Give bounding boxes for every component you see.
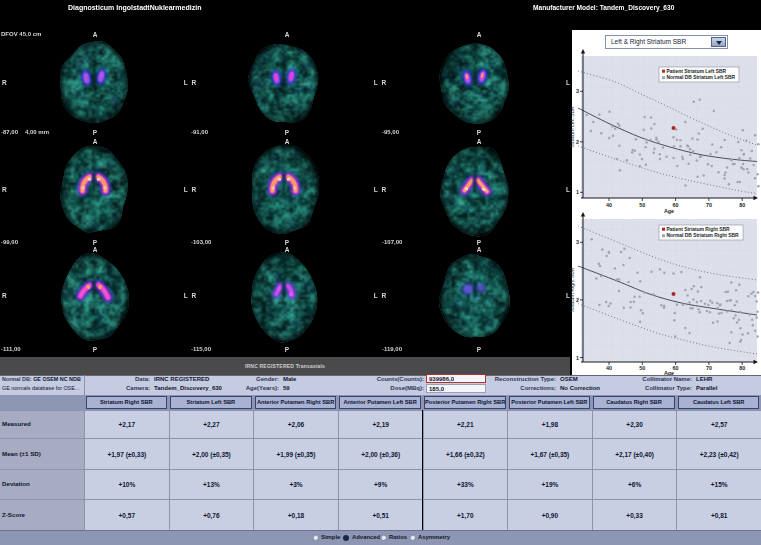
- svg-text:Normal DB Striatum Right SBR: Normal DB Striatum Right SBR: [667, 233, 739, 238]
- svg-text:70: 70: [706, 202, 712, 208]
- svg-text:40: 40: [606, 202, 612, 208]
- svg-text:40: 40: [606, 365, 612, 371]
- svg-text:2: 2: [576, 297, 579, 303]
- svg-text:80: 80: [739, 202, 745, 208]
- svg-text:60: 60: [673, 202, 679, 208]
- svg-text:Patient Striatum Left SBR: Patient Striatum Left SBR: [667, 69, 727, 74]
- svg-text:1: 1: [576, 355, 579, 361]
- svg-text:80: 80: [739, 365, 745, 371]
- svg-text:1: 1: [576, 189, 579, 195]
- svg-text:3: 3: [576, 239, 579, 245]
- svg-text:50: 50: [639, 202, 645, 208]
- svg-text:50: 50: [639, 365, 645, 371]
- svg-text:Patient Striatum Right SBR: Patient Striatum Right SBR: [667, 227, 731, 232]
- svg-text:3: 3: [576, 88, 579, 94]
- svg-text:Striatum Left SBR: Striatum Left SBR: [570, 106, 575, 148]
- svg-text:70: 70: [706, 365, 712, 371]
- svg-text:Striatum Right SBR: Striatum Right SBR: [570, 267, 575, 312]
- svg-text:Age: Age: [664, 208, 674, 214]
- svg-text:Normal DB Striatum Left SBR: Normal DB Striatum Left SBR: [667, 75, 736, 80]
- svg-text:2: 2: [576, 139, 579, 145]
